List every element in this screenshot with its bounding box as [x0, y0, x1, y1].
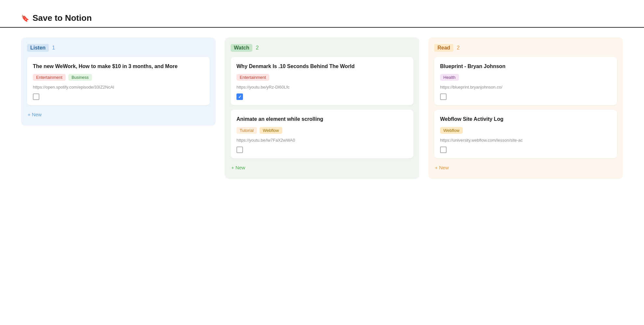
column-label-listen: Listen: [27, 44, 49, 52]
card-title: Why Denmark Is .10 Seconds Behind The Wo…: [236, 63, 408, 70]
tag: Tutorial: [236, 127, 257, 134]
column-header-read: Read2: [434, 44, 617, 52]
column-header-watch: Watch2: [231, 44, 413, 52]
card-title: Animate an element while scrolling: [236, 116, 408, 123]
tag: Entertainment: [33, 74, 66, 81]
column-watch: Watch2Why Denmark Is .10 Seconds Behind …: [225, 37, 419, 179]
card-checkbox[interactable]: [33, 93, 39, 100]
card-watch-0: Why Denmark Is .10 Seconds Behind The Wo…: [231, 57, 413, 105]
column-count-watch: 2: [256, 45, 259, 51]
card-listen-0: The new WeWork, How to make $10 in 3 mon…: [27, 57, 210, 105]
card-tags: Entertainment: [236, 74, 408, 81]
tag: Health: [440, 74, 459, 81]
card-tags: Webflow: [440, 127, 611, 134]
card-checkbox[interactable]: [440, 147, 447, 153]
new-button-watch[interactable]: + New: [231, 163, 246, 172]
app-header: 🔖 Save to Notion: [0, 0, 644, 28]
card-checkbox[interactable]: [236, 93, 243, 100]
card-read-1: Webflow Site Activity LogWebflowhttps://…: [434, 110, 617, 158]
card-url: https://youtu.be/lw7FaX2wWA0: [236, 138, 408, 143]
column-label-watch: Watch: [231, 44, 252, 52]
column-label-read: Read: [434, 44, 453, 52]
card-url: https://open.spotify.com/episode/33IZ2Nc…: [33, 85, 204, 90]
card-url: https://university.webflow.com/lesson/si…: [440, 138, 611, 143]
card-url: https://youtu.be/yRz-Dl60Lfc: [236, 85, 408, 90]
kanban-board: Listen1The new WeWork, How to make $10 i…: [0, 28, 644, 189]
card-checkbox[interactable]: [236, 147, 243, 153]
tag: Entertainment: [236, 74, 269, 81]
card-watch-1: Animate an element while scrollingTutori…: [231, 110, 413, 158]
card-title: The new WeWork, How to make $10 in 3 mon…: [33, 63, 204, 70]
new-button-listen[interactable]: + New: [27, 110, 42, 119]
new-button-read[interactable]: + New: [434, 163, 449, 172]
app-title: Save to Notion: [33, 13, 92, 23]
card-tags: TutorialWebflow: [236, 127, 408, 134]
column-read: Read2Blueprint - Bryan JohnsonHealthhttp…: [428, 37, 623, 179]
bookmark-icon: 🔖: [21, 14, 29, 22]
column-count-read: 2: [457, 45, 460, 51]
card-tags: EntertainmentBusiness: [33, 74, 204, 81]
card-title: Blueprint - Bryan Johnson: [440, 63, 611, 70]
column-header-listen: Listen1: [27, 44, 210, 52]
card-url: https://blueprint.bryanjohnson.co/: [440, 85, 611, 90]
tag: Webflow: [440, 127, 463, 134]
tag: Webflow: [260, 127, 282, 134]
card-title: Webflow Site Activity Log: [440, 116, 611, 123]
column-count-listen: 1: [52, 45, 55, 51]
column-listen: Listen1The new WeWork, How to make $10 i…: [21, 37, 216, 126]
tag: Business: [68, 74, 92, 81]
card-read-0: Blueprint - Bryan JohnsonHealthhttps://b…: [434, 57, 617, 105]
card-checkbox[interactable]: [440, 93, 447, 100]
card-tags: Health: [440, 74, 611, 81]
